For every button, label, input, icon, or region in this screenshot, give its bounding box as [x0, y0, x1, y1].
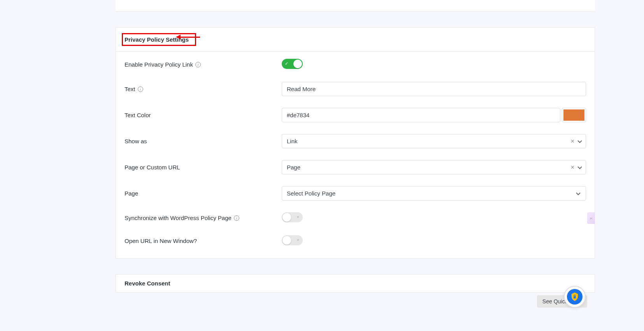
info-icon[interactable]: i — [138, 86, 143, 92]
text-input[interactable] — [282, 82, 586, 96]
field-show-as: Show as Link × — [125, 134, 586, 148]
open-new-window-toggle[interactable]: × — [282, 235, 303, 245]
field-label: Show as — [125, 138, 282, 144]
privacy-policy-settings-section: Privacy Policy Settings Enable Privacy P… — [116, 27, 595, 259]
text-color-swatch[interactable] — [562, 108, 586, 122]
page-or-url-select[interactable]: Page × — [282, 160, 586, 174]
x-icon: × — [297, 238, 299, 242]
text-color-input[interactable] — [282, 108, 560, 122]
info-icon[interactable]: i — [234, 215, 239, 221]
section-title: Revoke Consent — [125, 280, 170, 287]
info-icon[interactable]: i — [195, 62, 201, 67]
field-label: Open URL in New Window? — [125, 238, 282, 244]
field-text-color: Text Color — [125, 108, 586, 122]
field-label: Text Color — [125, 112, 282, 118]
field-label: Text i — [125, 86, 282, 92]
revoke-consent-section: Revoke Consent — [116, 274, 595, 292]
section-gap — [116, 12, 595, 27]
clear-icon[interactable]: × — [570, 164, 575, 171]
field-label: Enable Privacy Policy Link i — [125, 61, 282, 68]
field-label: Page — [125, 190, 282, 197]
section-body: Enable Privacy Policy Link i ✓ Text i — [116, 52, 595, 258]
enable-privacy-policy-toggle[interactable]: ✓ — [282, 59, 303, 69]
chevron-down-icon — [577, 164, 583, 171]
sync-wordpress-toggle[interactable]: × — [282, 212, 303, 222]
field-page: Page Select Policy Page — [125, 186, 586, 201]
field-enable-privacy-policy-link: Enable Privacy Policy Link i ✓ — [125, 59, 586, 70]
show-as-select[interactable]: Link × — [282, 134, 586, 148]
expand-collapse-tab[interactable]: ›‹ — [587, 212, 595, 224]
chevron-down-icon — [575, 190, 581, 197]
check-icon: ✓ — [285, 61, 288, 66]
section-header: Revoke Consent — [116, 275, 595, 292]
field-label: Synchronize with WordPress Policy Page i — [125, 215, 282, 221]
section-gap — [116, 259, 595, 274]
x-icon: × — [297, 215, 299, 219]
field-page-or-url: Page or Custom URL Page × — [125, 160, 586, 174]
field-open-new-window: Open URL in New Window? × — [125, 235, 586, 246]
annotation-highlight-box: Privacy Policy Settings — [122, 33, 196, 46]
chevron-down-icon — [577, 138, 583, 144]
section-header: Privacy Policy Settings — [116, 28, 595, 52]
clear-icon[interactable]: × — [570, 138, 575, 145]
field-sync-wordpress-policy: Synchronize with WordPress Policy Page i… — [125, 212, 586, 224]
top-section-spacer — [116, 0, 595, 12]
shield-lock-icon — [570, 292, 579, 292]
field-text: Text i — [125, 82, 586, 96]
page-select[interactable]: Select Policy Page — [282, 186, 586, 201]
field-label: Page or Custom URL — [125, 164, 282, 171]
